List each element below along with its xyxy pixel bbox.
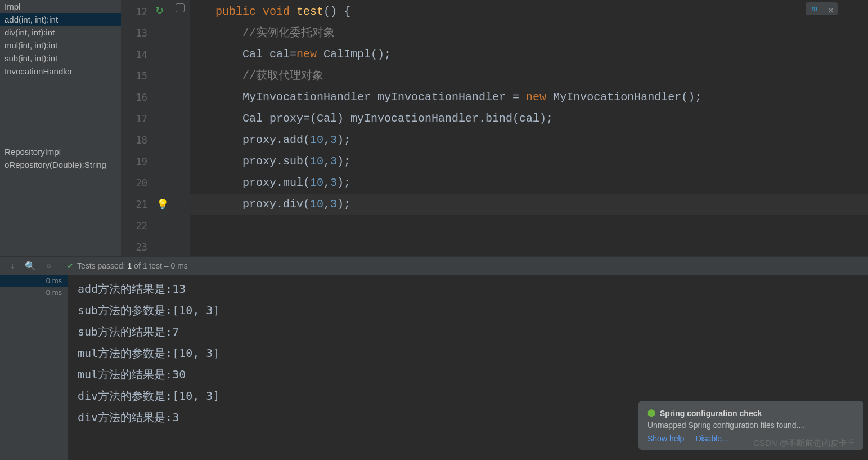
line-number[interactable]: 18 — [121, 129, 152, 151]
spring-icon: ⬢ — [647, 408, 655, 418]
code-line[interactable] — [190, 236, 868, 258]
console-line: add方法的结果是:13 — [78, 278, 868, 300]
line-number[interactable]: 17 — [121, 108, 152, 129]
code-line[interactable]: proxy.mul(10,3); — [190, 172, 868, 194]
code-line[interactable]: //实例化委托对象 — [190, 23, 868, 44]
line-number[interactable]: 20 — [121, 172, 152, 194]
test-tree[interactable]: 0 ms0 ms — [0, 275, 68, 460]
console-line: sub方法的参数是:[10, 3] — [78, 300, 868, 321]
structure-item[interactable]: oRepository(Double):String — [0, 158, 121, 171]
line-gutter: 121314151617181920212223 — [121, 0, 152, 256]
code-line[interactable]: Cal cal=new CalImpl(); — [190, 44, 868, 65]
editor-badge: m × — [806, 2, 838, 15]
line-number[interactable]: 19 — [121, 151, 152, 172]
test-tree-item[interactable]: 0 ms — [0, 287, 68, 298]
arrow-down-icon[interactable]: ↓ — [10, 261, 15, 271]
notification-link[interactable]: Disable... — [695, 434, 728, 443]
code-line[interactable]: proxy.sub(10,3); — [190, 151, 868, 172]
code-line[interactable]: //获取代理对象 — [190, 65, 868, 87]
structure-item[interactable]: sub(int, int):int — [0, 52, 121, 65]
line-number[interactable]: 15 — [121, 65, 152, 87]
line-number[interactable]: 12 — [121, 1, 152, 23]
line-number[interactable]: 22 — [121, 215, 152, 236]
watermark: CSDN @不断前进的皮卡丘 — [753, 438, 856, 449]
test-status-bar: ↓ 🔍 » ✔ Tests passed: 1 of 1 test – 0 ms — [0, 257, 868, 275]
console-line: mul方法的参数是:[10, 3] — [78, 342, 868, 364]
gutter-icons: ↻ 💡 — [152, 0, 190, 256]
code-line[interactable]: MyInvocationHandler myInvocationHandler … — [190, 87, 868, 108]
structure-panel: Impladd(int, int):intdiv(int, int):intmu… — [0, 0, 121, 256]
notification-body: Unmapped Spring configuration files foun… — [647, 421, 854, 430]
override-icon — [176, 3, 185, 12]
vcs-changed-icon: ↻ — [155, 5, 164, 17]
notification-link[interactable]: Show help — [647, 434, 684, 443]
line-number[interactable]: 14 — [121, 44, 152, 65]
structure-item[interactable]: add(int, int):int — [0, 13, 121, 26]
close-icon[interactable]: × — [827, 5, 834, 17]
code-editor[interactable]: m × public void test() { //实例化委托对象 Cal c… — [190, 0, 868, 256]
search-icon[interactable]: 🔍 — [25, 261, 36, 271]
structure-item[interactable]: Impl — [0, 0, 121, 13]
tests-passed-label: Tests passed: 1 of 1 test – 0 ms — [77, 261, 188, 270]
test-tree-item[interactable]: 0 ms — [0, 275, 68, 287]
intention-bulb-icon[interactable]: 💡 — [156, 198, 169, 211]
code-line[interactable]: Cal proxy=(Cal) myInvocationHandler.bind… — [190, 108, 868, 129]
code-line[interactable]: proxy.add(10,3); — [190, 129, 868, 151]
badge-icon: m — [811, 4, 817, 14]
structure-item[interactable]: mul(int, int):int — [0, 39, 121, 52]
line-number[interactable]: 23 — [121, 236, 152, 258]
structure-item[interactable]: RepositoryImpl — [0, 145, 121, 158]
console-line: sub方法的结果是:7 — [78, 321, 868, 342]
code-line[interactable]: proxy.div(10,3); — [190, 194, 868, 215]
line-number[interactable]: 13 — [121, 23, 152, 44]
line-number[interactable]: 21 — [121, 194, 152, 215]
line-number[interactable]: 16 — [121, 87, 152, 108]
more-icon[interactable]: » — [46, 261, 51, 271]
structure-item[interactable]: div(int, int):int — [0, 26, 121, 39]
check-icon: ✔ — [67, 261, 74, 270]
notification-title: Spring configuration check — [660, 409, 762, 418]
structure-item[interactable]: InvocationHandler — [0, 65, 121, 78]
code-line[interactable] — [190, 215, 868, 236]
console-line: mul方法的结果是:30 — [78, 364, 868, 385]
code-line[interactable]: public void test() { — [190, 1, 868, 23]
